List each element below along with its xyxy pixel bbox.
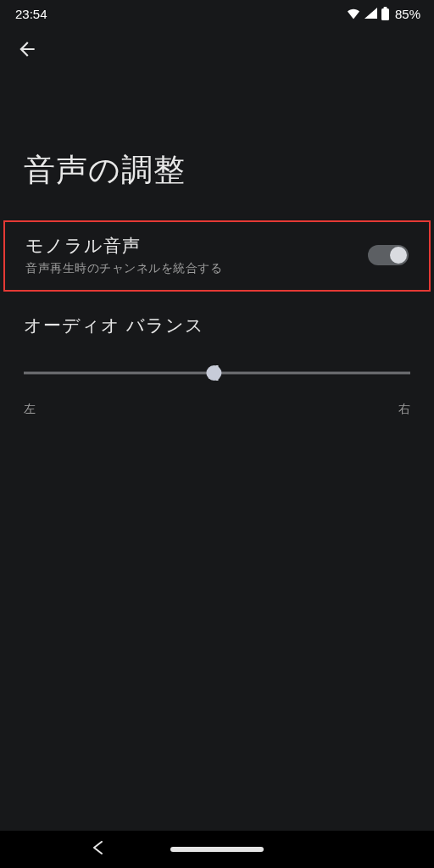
slider-labels: 左 右 [24, 402, 410, 417]
status-indicators: 85% [345, 7, 420, 21]
audio-balance-section: オーディオ バランス 左 右 [0, 292, 434, 417]
slider-thumb[interactable] [206, 365, 221, 381]
back-button[interactable] [10, 34, 44, 68]
mono-audio-row[interactable]: モノラル音声 音声再生時のチャンネルを統合する [5, 222, 429, 290]
battery-icon [381, 7, 390, 21]
battery-text: 85% [395, 7, 420, 21]
mono-audio-switch[interactable] [368, 245, 409, 265]
mono-audio-text: モノラル音声 音声再生時のチャンネルを統合する [25, 234, 358, 276]
status-time: 23:54 [15, 7, 345, 21]
navigation-bar [0, 831, 434, 868]
status-bar: 23:54 85% [0, 0, 434, 27]
toolbar [0, 27, 434, 75]
balance-left-label: 左 [24, 402, 36, 417]
svg-rect-0 [381, 8, 389, 20]
mono-audio-title: モノラル音声 [25, 234, 358, 258]
balance-right-label: 右 [398, 402, 410, 417]
nav-back-button[interactable] [92, 841, 103, 858]
content: 音声の調整 モノラル音声 音声再生時のチャンネルを統合する オーディオ バランス… [0, 75, 434, 831]
audio-balance-title: オーディオ バランス [24, 314, 410, 337]
mono-audio-subtitle: 音声再生時のチャンネルを統合する [25, 261, 358, 276]
switch-knob [390, 247, 407, 264]
mono-audio-highlight: モノラル音声 音声再生時のチャンネルを統合する [3, 220, 431, 292]
signal-icon [364, 7, 379, 20]
nav-home-pill[interactable] [170, 847, 264, 852]
audio-balance-slider[interactable] [24, 363, 410, 383]
wifi-icon [345, 7, 362, 20]
arrow-left-icon [16, 38, 38, 64]
svg-rect-1 [383, 7, 387, 9]
page-title: 音声の調整 [0, 75, 434, 220]
